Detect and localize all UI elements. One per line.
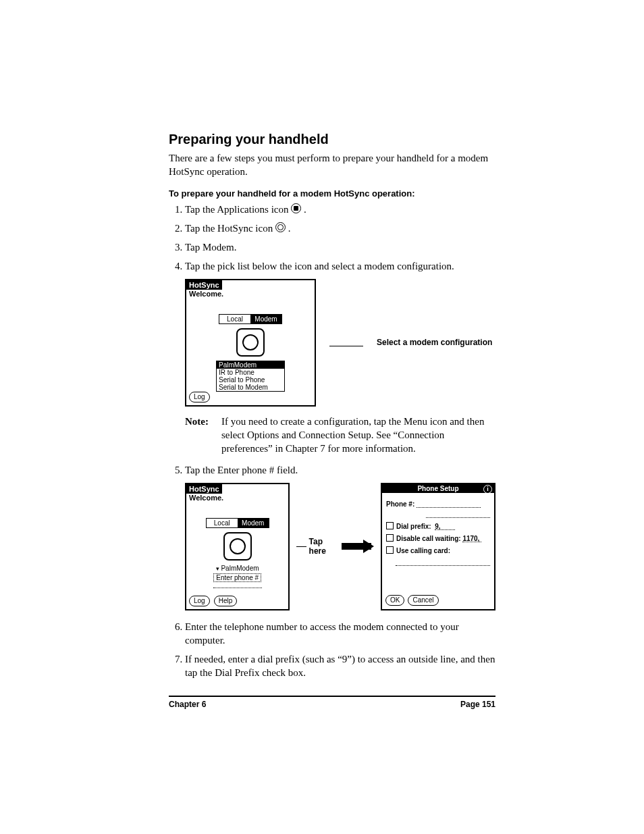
modem-config-trigger[interactable]: PalmModem xyxy=(186,565,288,572)
phone-number-field[interactable] xyxy=(417,500,481,508)
page-heading: Preparing your handheld xyxy=(169,132,495,147)
palm-screen-enter-phone: HotSync Welcome. Local Modem PalmModem E… xyxy=(185,483,290,610)
dial-prefix-checkbox[interactable] xyxy=(386,522,394,529)
cancel-button[interactable]: Cancel xyxy=(408,595,438,606)
dialog-title-text: Phone Setup xyxy=(417,485,458,492)
phone-underline xyxy=(213,583,262,588)
sync-button-icon[interactable] xyxy=(236,328,265,357)
arrow-icon xyxy=(342,541,374,552)
sync-mode-tabs: Local Modem xyxy=(206,518,269,528)
ok-button[interactable]: OK xyxy=(385,595,404,606)
tap-here-label: Tap here xyxy=(309,537,336,556)
tab-modem[interactable]: Modem xyxy=(238,519,269,527)
phone-setup-dialog: Phone Setup i Phone #: Dial prefix: 9, D… xyxy=(381,483,495,610)
step-3: Tap Modem. xyxy=(185,240,495,254)
log-button[interactable]: Log xyxy=(189,596,210,606)
use-calling-card-checkbox[interactable] xyxy=(386,546,394,554)
step-1: Tap the Applications icon . xyxy=(185,203,495,216)
intro-paragraph: There are a few steps you must perform t… xyxy=(169,151,495,179)
calling-card-field[interactable] xyxy=(396,558,490,566)
phone-number-label: Phone #: xyxy=(386,500,414,508)
step-5: Tap the Enter phone # field. xyxy=(185,463,495,477)
page-number: Page 151 xyxy=(460,700,495,709)
log-button[interactable]: Log xyxy=(189,392,210,402)
palm-screen: HotSync Welcome. Local Modem PalmModem I… xyxy=(185,279,316,407)
step-text: Tap the Applications icon xyxy=(185,204,291,215)
disable-call-waiting-label: Disable call waiting: xyxy=(396,535,461,542)
tab-local[interactable]: Local xyxy=(207,519,238,527)
step-7: If needed, enter a dial prefix (such as … xyxy=(185,652,495,680)
help-button[interactable]: Help xyxy=(214,596,238,606)
sync-button-icon[interactable] xyxy=(223,532,252,561)
callout-line xyxy=(329,346,363,346)
callout-label: Select a modem configuration xyxy=(377,338,492,347)
page-footer: Chapter 6 Page 151 xyxy=(169,696,495,709)
figure-phone-setup: HotSync Welcome. Local Modem PalmModem E… xyxy=(185,483,495,610)
disable-call-waiting-value[interactable]: 1170, xyxy=(462,535,481,542)
tab-local[interactable]: Local xyxy=(219,315,250,323)
welcome-label: Welcome. xyxy=(186,494,288,502)
note-block: Note: If you need to create a configurat… xyxy=(185,415,495,456)
modem-config-picklist[interactable]: PalmModem IR to Phone Serial to Phone Se… xyxy=(216,361,285,392)
disable-call-waiting-checkbox[interactable] xyxy=(386,534,394,542)
tab-modem[interactable]: Modem xyxy=(250,315,281,323)
dial-prefix-label: Dial prefix: xyxy=(396,523,431,530)
step-text: Tap the HotSync icon xyxy=(185,223,275,234)
step-text: . xyxy=(304,204,306,215)
window-title: HotSync xyxy=(186,484,222,494)
picklist-option[interactable]: Serial to Modem xyxy=(217,384,284,391)
picklist-selected[interactable]: PalmModem xyxy=(217,361,284,369)
footer-rule xyxy=(169,696,495,697)
note-label: Note: xyxy=(185,415,215,456)
step-text: . xyxy=(288,223,291,234)
callout-line xyxy=(296,546,306,547)
use-calling-card-label: Use calling card: xyxy=(396,547,450,554)
hotsync-icon xyxy=(275,222,286,232)
chapter-label: Chapter 6 xyxy=(169,700,206,709)
step-6: Enter the telephone number to access the… xyxy=(185,620,495,648)
note-text: If you need to create a configuration, t… xyxy=(221,415,495,456)
figure-hotsync-picklist: HotSync Welcome. Local Modem PalmModem I… xyxy=(185,279,495,407)
step-2: Tap the HotSync icon . xyxy=(185,221,495,235)
picklist-option[interactable]: Serial to Phone xyxy=(217,376,284,384)
applications-icon xyxy=(291,203,301,213)
procedure-subheading: To prepare your handheld for a modem Hot… xyxy=(169,188,495,199)
welcome-label: Welcome. xyxy=(186,290,315,298)
phone-number-field-2[interactable] xyxy=(426,511,490,518)
window-title: HotSync xyxy=(186,280,222,290)
dialog-title: Phone Setup i xyxy=(382,484,494,493)
dial-prefix-value[interactable]: 9, xyxy=(435,523,455,530)
sync-mode-tabs: Local Modem xyxy=(219,314,282,324)
enter-phone-field[interactable]: Enter phone # xyxy=(213,573,261,582)
info-icon[interactable]: i xyxy=(483,485,492,494)
step-4: Tap the pick list below the icon and sel… xyxy=(185,259,495,273)
picklist-option[interactable]: IR to Phone xyxy=(217,369,284,376)
